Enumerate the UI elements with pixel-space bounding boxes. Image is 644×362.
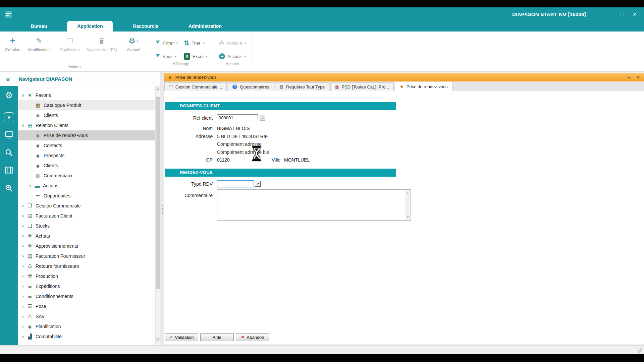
monitor-icon[interactable] <box>5 131 13 140</box>
chevron-down-icon[interactable] <box>176 41 178 45</box>
tree-scrollbar[interactable]: ▲ ▼ <box>155 86 160 345</box>
menu-raccourcis[interactable]: Raccourcis <box>123 21 168 32</box>
vues-button[interactable]: Vues <box>155 51 178 62</box>
chevron-right-icon[interactable] <box>27 183 34 188</box>
tree-item-retours-fournisseurs[interactable]: Retours fournisseurs <box>18 261 160 271</box>
ref-client-help-button[interactable]: ? <box>260 115 265 121</box>
tree-item-stocks[interactable]: Stocks <box>18 221 160 231</box>
chevron-down-icon[interactable] <box>244 55 246 58</box>
chevron-right-icon[interactable] <box>19 284 26 289</box>
chevron-right-icon[interactable] <box>19 274 26 279</box>
tree-item-relation-clients[interactable]: Relation Clients <box>18 120 160 130</box>
chevron-right-icon[interactable] <box>19 264 26 269</box>
close-button[interactable] <box>633 11 637 18</box>
actions-button[interactable]: Actions <box>219 51 246 62</box>
tab-prise-de-rendez-vous[interactable]: Prise de rendez-vous <box>395 82 452 91</box>
tree-item-catalogue-produit[interactable]: Catalogue Produit <box>18 100 160 110</box>
chevron-right-icon[interactable] <box>19 294 26 299</box>
tree-item-facturation-fournisseur[interactable]: Facturation Fournisseur <box>18 251 160 261</box>
validation-button[interactable]: Validation <box>165 333 198 341</box>
tree-item-actions[interactable]: Actions <box>18 181 160 191</box>
tree-item-conditionnements[interactable]: Conditionnements <box>18 291 160 301</box>
avance-button[interactable]: Avancé <box>118 32 149 62</box>
suppression-button[interactable]: Suppression (F6) <box>85 32 118 62</box>
tab-gestion-commerciale[interactable]: Gestion Commerciale ... <box>164 82 227 91</box>
excel-button[interactable]: X Excel <box>184 51 207 62</box>
chevron-down-icon[interactable] <box>203 41 204 45</box>
tab-requetes-tout-type[interactable]: Requêtes Tout Type <box>275 82 330 91</box>
tree-item-expeditions[interactable]: Expéditions <box>18 281 160 291</box>
chevron-down-icon[interactable] <box>19 123 26 128</box>
chevron-down-icon[interactable] <box>245 41 246 45</box>
scrollbar-thumb[interactable] <box>156 97 160 289</box>
duplication-button[interactable]: Duplication <box>54 32 85 62</box>
chevron-down-icon[interactable] <box>175 55 176 58</box>
tree-item-facturation-client[interactable]: Facturation Client <box>18 211 160 221</box>
menu-bureau[interactable]: Bureau <box>21 21 57 32</box>
navigator-panel: « Navigateur DIAPASON <box>0 72 160 345</box>
chevron-right-icon[interactable] <box>19 244 26 249</box>
pencil-icon <box>36 37 42 46</box>
acces-a-button[interactable]: Accès à <box>219 38 246 48</box>
tree-item-prise-de-rendez-vous[interactable]: Prise de rendez-vous <box>18 130 160 140</box>
resize-grip[interactable] <box>638 348 642 353</box>
tree-item-production[interactable]: Production <box>18 271 160 281</box>
tab-psd[interactable]: PSD [Toutes Cat.]: Pro... <box>330 82 394 91</box>
tree-item-pose[interactable]: Pose <box>18 301 160 311</box>
tree-item-gestion-commerciale[interactable]: Gestion Commerciale <box>18 201 160 211</box>
scroll-up-icon[interactable]: ▲ <box>405 190 411 195</box>
type-rdv-input[interactable] <box>217 180 254 187</box>
chevron-right-icon[interactable] <box>19 214 26 219</box>
collapse-navigator-button[interactable]: « <box>6 75 10 83</box>
chevron-right-icon[interactable] <box>19 304 26 309</box>
star-icon[interactable] <box>4 112 14 122</box>
tree-item-favoris[interactable]: Favoris <box>18 90 160 100</box>
commentaire-textarea[interactable] <box>217 190 405 220</box>
panel-splitter[interactable] <box>160 72 164 345</box>
tree-item-contacts[interactable]: Contacts <box>18 140 160 150</box>
tab-questionnaires[interactable]: Questionnaires <box>228 82 274 91</box>
scroll-down-icon[interactable]: ▼ <box>405 215 411 220</box>
tree-item-planification[interactable]: Planification <box>18 321 160 331</box>
aide-button[interactable]: Aide <box>200 333 234 341</box>
chevron-right-icon[interactable] <box>19 203 26 208</box>
tree-item-sav[interactable]: SAV <box>18 311 160 321</box>
chevron-down-icon[interactable] <box>19 93 26 98</box>
menu-administration[interactable]: Administration <box>178 21 232 32</box>
tree-item-comptabilite[interactable]: Comptabilité <box>18 331 160 342</box>
tree-item-commerciaux[interactable]: Commerciaux <box>18 171 160 181</box>
trier-button[interactable]: Trier <box>184 38 207 48</box>
minimize-button[interactable] <box>607 11 612 18</box>
columns-icon[interactable] <box>5 167 13 175</box>
maximize-button[interactable] <box>621 11 624 18</box>
search-icon[interactable] <box>5 148 13 158</box>
chevron-right-icon[interactable] <box>19 314 26 319</box>
tree-item-approvisionnements[interactable]: Approvisionnements <box>18 241 160 251</box>
chevron-down-icon[interactable] <box>206 55 207 58</box>
chevron-down-icon[interactable] <box>137 39 139 43</box>
tree-item-prospects[interactable]: Prospects <box>18 150 160 161</box>
gear-icon[interactable] <box>5 90 13 101</box>
chevron-right-icon[interactable] <box>19 334 26 339</box>
creation-button[interactable]: + Création <box>2 32 23 62</box>
chevron-right-icon[interactable] <box>19 324 26 329</box>
scroll-down-icon[interactable]: ▼ <box>156 337 160 342</box>
menu-application[interactable]: Application <box>67 21 113 32</box>
tree-item-opportunites[interactable]: Opportunités <box>18 191 160 201</box>
abandon-button[interactable]: Abandon <box>236 333 269 341</box>
chevron-right-icon[interactable] <box>19 254 26 259</box>
tree-item-achats[interactable]: Achats <box>18 231 160 241</box>
chevron-right-icon[interactable] <box>19 234 26 239</box>
ref-client-input[interactable] <box>217 114 258 121</box>
filtrer-button[interactable]: Filtrer <box>155 38 178 48</box>
chevron-down-icon[interactable] <box>628 75 630 80</box>
textarea-scrollbar[interactable]: ▲ ▼ <box>405 190 411 220</box>
modification-button[interactable]: Modification <box>23 32 54 62</box>
search-zoom-icon[interactable] <box>5 184 13 194</box>
tree-item-clients[interactable]: Clients <box>18 110 160 120</box>
close-document-icon[interactable] <box>637 75 640 80</box>
chevron-right-icon[interactable] <box>19 224 26 229</box>
tree-item-clients-2[interactable]: Clients <box>18 161 160 171</box>
scroll-up-icon[interactable]: ▲ <box>156 86 160 91</box>
type-rdv-help-button[interactable]: ? <box>255 181 261 187</box>
